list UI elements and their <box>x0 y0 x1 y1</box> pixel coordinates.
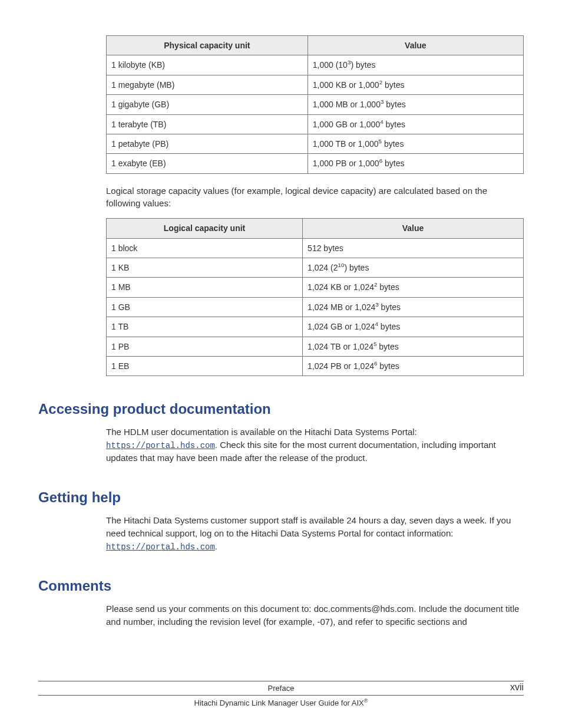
unit-cell: 1 terabyte (TB) <box>107 114 308 134</box>
heading-getting-help: Getting help <box>38 489 524 506</box>
portal-link[interactable]: https://portal.hds.com <box>106 441 215 450</box>
table-row: 1 megabyte (MB)1,000 KB or 1,0002 bytes <box>107 75 524 94</box>
heading-accessing-documentation: Accessing product documentation <box>38 401 524 417</box>
table-row: 1 TB1,024 GB or 1,0244 bytes <box>107 317 524 337</box>
value-cell: 1,024 TB or 1,0245 bytes <box>303 337 524 356</box>
unit-cell: 1 kilobyte (KB) <box>107 55 308 75</box>
table-header: Value <box>303 219 524 238</box>
value-cell: 1,024 KB or 1,0242 bytes <box>303 278 524 297</box>
unit-cell: 1 petabyte (PB) <box>107 134 308 153</box>
unit-cell: 1 PB <box>107 337 303 356</box>
value-cell: 1,024 PB or 1,0246 bytes <box>303 356 524 375</box>
unit-cell: 1 MB <box>107 278 303 297</box>
comments-paragraph: Please send us your comments on this doc… <box>106 602 524 628</box>
unit-cell: 1 exabyte (EB) <box>107 154 308 173</box>
value-cell: 1,024 (210) bytes <box>303 258 524 278</box>
help-paragraph: The Hitachi Data Systems customer suppor… <box>106 514 524 553</box>
page-footer: xvii Preface Hitachi Dynamic Link Manage… <box>38 681 524 707</box>
value-cell: 1,000 MB or 1,0003 bytes <box>308 95 523 114</box>
value-cell: 1,000 GB or 1,0004 bytes <box>308 114 523 134</box>
unit-cell: 1 gigabyte (GB) <box>107 95 308 114</box>
accessing-paragraph: The HDLM user documentation is available… <box>106 426 524 465</box>
table-row: 1 MB1,024 KB or 1,0242 bytes <box>107 278 524 297</box>
unit-cell: 1 TB <box>107 317 303 337</box>
unit-cell: 1 block <box>107 238 303 258</box>
table-row: 1 kilobyte (KB)1,000 (103) bytes <box>107 55 524 75</box>
unit-cell: 1 GB <box>107 297 303 317</box>
table-row: 1 petabyte (PB)1,000 TB or 1,0005 bytes <box>107 134 524 153</box>
page-number: xvii <box>510 682 524 693</box>
unit-cell: 1 KB <box>107 258 303 278</box>
table-row: 1 GB1,024 MB or 1,0243 bytes <box>107 297 524 317</box>
value-cell: 1,024 MB or 1,0243 bytes <box>303 297 524 317</box>
value-cell: 512 bytes <box>303 238 524 258</box>
physical-capacity-table: Physical capacity unit Value 1 kilobyte … <box>106 35 524 174</box>
table-row: 1 PB1,024 TB or 1,0245 bytes <box>107 337 524 356</box>
table-header: Physical capacity unit <box>107 36 308 55</box>
value-cell: 1,000 PB or 1,0006 bytes <box>308 154 523 173</box>
table-row: 1 gigabyte (GB)1,000 MB or 1,0003 bytes <box>107 95 524 114</box>
footer-section-title: Preface <box>38 681 524 693</box>
unit-cell: 1 megabyte (MB) <box>107 75 308 94</box>
table-row: 1 terabyte (TB)1,000 GB or 1,0004 bytes <box>107 114 524 134</box>
footer-doc-title: Hitachi Dynamic Link Manager User Guide … <box>38 695 524 707</box>
table-header: Logical capacity unit <box>107 219 303 238</box>
table-row: 1 EB1,024 PB or 1,0246 bytes <box>107 356 524 375</box>
table-row: 1 KB1,024 (210) bytes <box>107 258 524 278</box>
unit-cell: 1 EB <box>107 356 303 375</box>
logical-intro-paragraph: Logical storage capacity values (for exa… <box>106 185 524 210</box>
value-cell: 1,000 TB or 1,0005 bytes <box>308 134 523 153</box>
value-cell: 1,000 KB or 1,0002 bytes <box>308 75 523 94</box>
heading-comments: Comments <box>38 578 524 594</box>
table-header: Value <box>308 36 523 55</box>
table-row: 1 block512 bytes <box>107 238 524 258</box>
value-cell: 1,000 (103) bytes <box>308 55 523 75</box>
portal-link[interactable]: https://portal.hds.com <box>106 542 215 552</box>
logical-capacity-table: Logical capacity unit Value 1 block512 b… <box>106 218 524 376</box>
table-row: 1 exabyte (EB)1,000 PB or 1,0006 bytes <box>107 154 524 173</box>
value-cell: 1,024 GB or 1,0244 bytes <box>303 317 524 337</box>
